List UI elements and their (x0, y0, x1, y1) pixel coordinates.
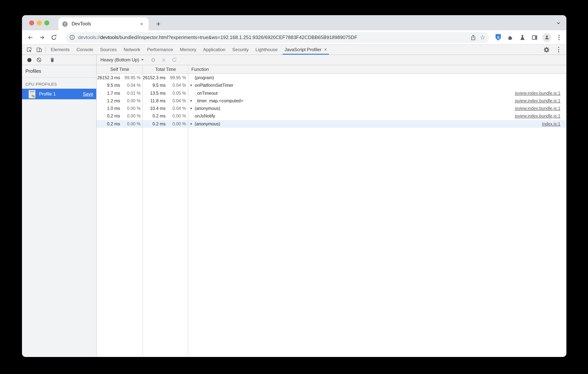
function-name: (program) (195, 75, 214, 80)
window-close-button[interactable] (29, 21, 34, 25)
reload-button[interactable] (49, 32, 59, 43)
disclosure-triangle-icon[interactable] (190, 84, 192, 86)
table-row[interactable]: 26152.3 ms99.95 % 26152.3 ms99.95 % (pro… (97, 74, 567, 82)
tab-security[interactable]: Security (229, 45, 252, 54)
toolbar-separator (45, 47, 46, 53)
function-name: _onTimeout (195, 91, 218, 95)
self-time-value: 0.2 ms (97, 114, 120, 118)
tab-close-icon[interactable]: × (324, 47, 327, 52)
browser-toolbar: devtools://devtools/bundled/inspector.ht… (22, 30, 567, 45)
exclude-function-button[interactable] (159, 55, 168, 65)
url-text: devtools://devtools/bundled/inspector.ht… (78, 34, 467, 40)
source-link[interactable]: jsview.index.bundle.js:1 (511, 114, 567, 118)
disclosure-triangle-icon[interactable] (190, 107, 192, 109)
cpu-profiles-section-label: CPU PROFILES (22, 78, 96, 89)
tab-performance[interactable]: Performance (144, 45, 176, 54)
window-zoom-button[interactable] (44, 21, 49, 25)
total-time-value: 26152.3 ms (143, 75, 166, 80)
tab-console[interactable]: Console (73, 45, 97, 54)
view-mode-label: Heavy (Bottom Up) (100, 57, 139, 63)
bookmark-star-icon[interactable]: ☆ (480, 34, 485, 40)
source-link[interactable]: jsview.index.bundle.js:1 (511, 106, 567, 111)
devtools-settings-gear-icon[interactable] (541, 47, 551, 53)
tab-network[interactable]: Network (120, 45, 144, 54)
device-toolbar-icon[interactable] (34, 45, 44, 54)
share-icon[interactable] (470, 34, 476, 40)
table-row[interactable]: 9.5 ms0.04 % 9.5 ms0.04 % onPlatformSetT… (97, 82, 567, 89)
table-row[interactable]: 1.7 ms0.01 % 13.5 ms0.05 % _onTimeoutjsv… (97, 89, 567, 97)
self-time-value: 1.7 ms (97, 91, 120, 95)
column-header-total-time[interactable]: Total Time (143, 65, 188, 74)
delete-profile-button[interactable] (47, 55, 57, 65)
total-time-percent: 0.04 % (166, 98, 188, 103)
total-time-value: 0.2 ms (143, 121, 166, 126)
profile-data-grid: Self Time Total Time Function 26152.3 ms… (97, 65, 567, 357)
table-row-selected[interactable]: 0.2 ms0.00 % 0.2 ms0.00 % (anonymous)ind… (97, 120, 567, 128)
site-info-icon[interactable] (69, 34, 75, 40)
self-time-value: 9.5 ms (97, 83, 120, 88)
tab-sources[interactable]: Sources (97, 45, 120, 54)
profiler-toolbar: Heavy (Bottom Up) (22, 55, 567, 65)
globe-favicon-icon (62, 21, 68, 27)
focus-function-button[interactable] (148, 55, 158, 65)
profile-document-percent: % (32, 95, 35, 98)
function-name: (anonymous) (195, 121, 220, 126)
browser-menu-icon[interactable] (554, 33, 563, 42)
disclosure-triangle-icon[interactable] (190, 123, 192, 125)
table-row[interactable]: 1.2 ms0.00 % 11.8 ms0.04 % _timer_map.<c… (97, 97, 567, 105)
tab-search-chevron-icon[interactable] (554, 18, 563, 28)
back-button[interactable] (25, 32, 36, 43)
source-link[interactable]: index.js:1 (538, 121, 567, 126)
devtools-menu-icon[interactable] (554, 47, 563, 52)
extension-badge-icon[interactable]: S (494, 33, 503, 42)
record-profile-button[interactable] (24, 55, 34, 65)
self-time-value: 1.2 ms (97, 98, 120, 103)
flask-icon[interactable] (518, 33, 527, 42)
self-time-percent: 99.95 % (120, 75, 143, 80)
side-panel-icon[interactable] (530, 33, 539, 42)
tab-lighthouse[interactable]: Lighthouse (252, 45, 281, 54)
profiler-content: Profiles CPU PROFILES % Profile 1 Save S… (22, 65, 567, 357)
tab-close-icon[interactable]: × (139, 21, 145, 27)
sidebar-item-profile-1[interactable]: % Profile 1 Save (22, 89, 96, 99)
total-time-value: 11.8 ms (143, 98, 166, 103)
extensions-puzzle-icon[interactable] (506, 33, 515, 42)
browser-tab[interactable]: DevTools × (58, 17, 148, 30)
profile-avatar[interactable] (542, 33, 551, 42)
table-row[interactable]: 1.0 ms0.00 % 10.4 ms0.04 % (anonymous)js… (97, 105, 567, 112)
total-time-value: 10.4 ms (143, 106, 166, 111)
table-row[interactable]: 0.2 ms0.00 % 0.2 ms0.00 % onJsNotifyjsvi… (97, 112, 567, 120)
total-time-value: 0.2 ms (143, 114, 166, 118)
chevron-down-icon (141, 59, 144, 61)
tab-elements[interactable]: Elements (47, 45, 73, 54)
new-tab-button[interactable]: + (153, 19, 164, 29)
inspect-element-icon[interactable] (24, 45, 34, 54)
total-time-percent: 0.04 % (166, 83, 188, 88)
column-header-self-time[interactable]: Self Time (97, 65, 143, 74)
address-bar[interactable]: devtools://devtools/bundled/inspector.ht… (65, 32, 489, 43)
source-link[interactable]: jsview.index.bundle.js:1 (511, 91, 567, 95)
url-path: /bundled/inspector.html?experiments=true… (118, 34, 357, 40)
self-time-value: 1.0 ms (97, 106, 120, 111)
function-name: _timer_map.<computed> (195, 98, 243, 103)
tab-javascript-profiler[interactable]: JavaScript Profiler × (281, 45, 330, 54)
disclosure-triangle-icon[interactable] (190, 100, 192, 102)
save-profile-link[interactable]: Save (83, 91, 93, 97)
extension-badge-letter: S (497, 35, 500, 39)
self-time-value: 26152.3 ms (97, 75, 120, 80)
clear-profiles-button[interactable] (34, 55, 44, 65)
restore-functions-button[interactable] (169, 55, 179, 65)
grid-header: Self Time Total Time Function (97, 65, 567, 74)
browser-tab-strip: DevTools × + (22, 15, 567, 30)
profile-view-mode-select[interactable]: Heavy (Bottom Up) (100, 57, 144, 63)
total-time-value: 9.5 ms (143, 83, 166, 88)
window-minimize-button[interactable] (37, 21, 42, 25)
forward-button[interactable] (37, 32, 47, 43)
self-time-percent: 0.00 % (120, 106, 143, 111)
source-link[interactable]: jsview.index.bundle.js:1 (511, 98, 567, 103)
devtools-tabbar: Elements Console Sources Network Perform… (22, 45, 567, 55)
tab-application[interactable]: Application (200, 45, 229, 54)
window-controls (29, 21, 49, 25)
tab-memory[interactable]: Memory (177, 45, 200, 54)
column-header-function[interactable]: Function (188, 65, 567, 74)
